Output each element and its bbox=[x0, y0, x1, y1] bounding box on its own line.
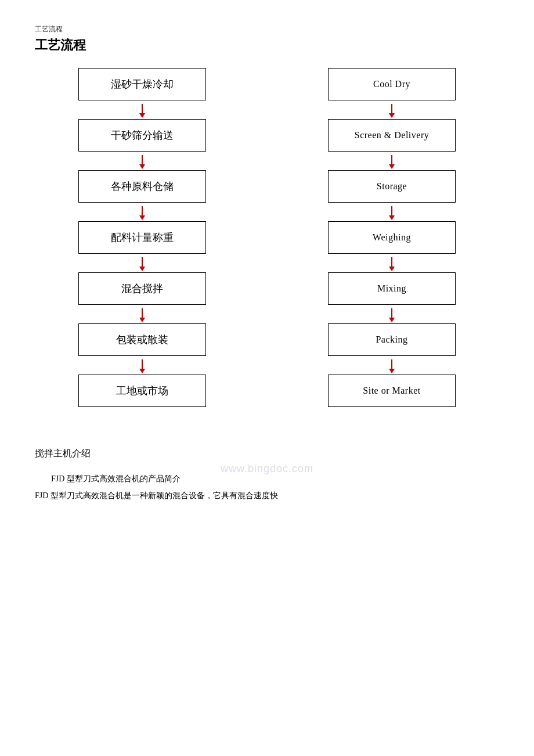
right-arrow-3 bbox=[391, 203, 392, 221]
right-step-6: Packing bbox=[328, 323, 456, 356]
left-step-5: 混合搅拌 bbox=[78, 272, 206, 305]
left-arrow-5 bbox=[142, 305, 143, 323]
right-step-5: Mixing bbox=[328, 272, 456, 305]
product-intro-title: FJD 型犁刀式高效混合机的产品简介 bbox=[35, 471, 499, 486]
left-flow-column: 湿砂干燥冷却 干砂筛分输送 各种原料仓储 配料计量称重 混合搅拌 包装或散装 工… bbox=[35, 68, 250, 407]
left-step-6: 包装或散装 bbox=[78, 323, 206, 356]
flow-diagram: 湿砂干燥冷却 干砂筛分输送 各种原料仓储 配料计量称重 混合搅拌 包装或散装 工… bbox=[35, 68, 499, 407]
right-step-4: Weighing bbox=[328, 221, 456, 254]
right-step-3: Storage bbox=[328, 170, 456, 203]
left-step-4: 配料计量称重 bbox=[78, 221, 206, 254]
right-arrow-1 bbox=[391, 100, 392, 119]
bottom-section: 搅拌主机介绍 FJD 型犁刀式高效混合机的产品简介 FJD 型犁刀式高效混合机是… bbox=[35, 442, 499, 503]
product-intro: FJD 型犁刀式高效混合机的产品简介 FJD 型犁刀式高效混合机是一种新颖的混合… bbox=[35, 471, 499, 503]
left-step-7: 工地或市场 bbox=[78, 375, 206, 407]
product-intro-body: FJD 型犁刀式高效混合机是一种新颖的混合设备，它具有混合速度快 bbox=[35, 488, 499, 503]
left-arrow-4 bbox=[142, 254, 143, 272]
right-arrow-2 bbox=[391, 152, 392, 170]
left-step-2: 干砂筛分输送 bbox=[78, 119, 206, 152]
page-title: 工艺流程 bbox=[35, 37, 499, 54]
right-step-7: Site or Market bbox=[328, 375, 456, 407]
left-arrow-3 bbox=[142, 203, 143, 221]
right-step-1: Cool Dry bbox=[328, 68, 456, 100]
left-arrow-1 bbox=[142, 100, 143, 119]
right-step-2: Screen & Delivery bbox=[328, 119, 456, 152]
left-step-3: 各种原料仓储 bbox=[78, 170, 206, 203]
left-arrow-6 bbox=[142, 356, 143, 375]
left-arrow-2 bbox=[142, 152, 143, 170]
right-arrow-6 bbox=[391, 356, 392, 375]
section-subtitle: 搅拌主机介绍 bbox=[35, 448, 499, 460]
right-arrow-5 bbox=[391, 305, 392, 323]
right-arrow-4 bbox=[391, 254, 392, 272]
breadcrumb: 工艺流程 bbox=[35, 25, 63, 33]
right-flow-column: Cool Dry Screen & Delivery Storage Weigh… bbox=[284, 68, 499, 407]
left-step-1: 湿砂干燥冷却 bbox=[78, 68, 206, 100]
